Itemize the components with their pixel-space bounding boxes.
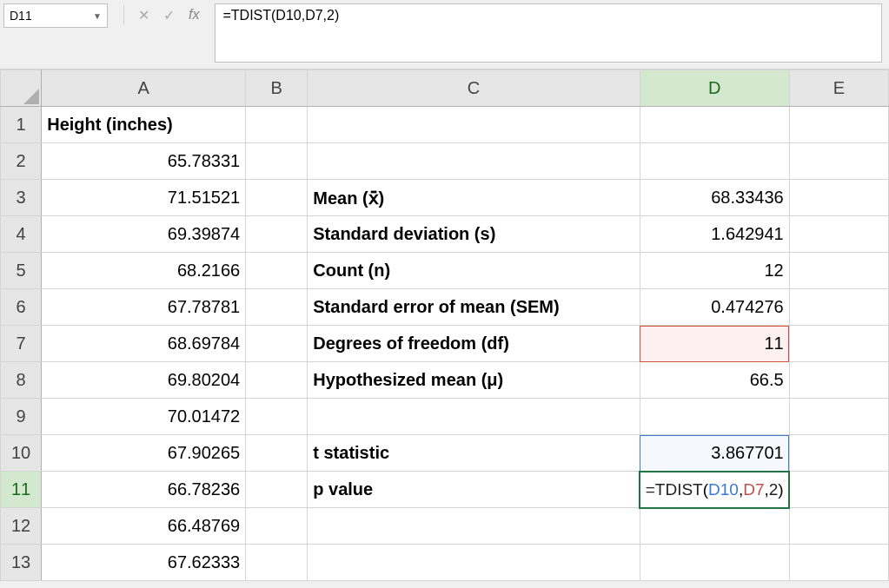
cell-E5[interactable]: [789, 253, 888, 289]
cell-B5[interactable]: [246, 253, 308, 289]
cell-D10[interactable]: 3.867701: [640, 435, 789, 472]
row-header-13[interactable]: 13: [1, 545, 42, 581]
cell-D9[interactable]: [640, 399, 789, 435]
cell-D5[interactable]: 12: [640, 253, 789, 289]
cell-E10[interactable]: [789, 435, 888, 472]
cell-A7[interactable]: 68.69784: [42, 326, 246, 362]
cell-C12[interactable]: [308, 508, 640, 545]
cell-C13[interactable]: [308, 545, 640, 581]
cell-E6[interactable]: [789, 289, 888, 326]
cell-E2[interactable]: [789, 143, 888, 180]
cell-A5[interactable]: 68.2166: [42, 253, 246, 289]
cell-D2[interactable]: [640, 143, 789, 180]
cell-A12[interactable]: 66.48769: [42, 508, 246, 545]
cell-D8[interactable]: 66.5: [640, 362, 789, 399]
row-header-7[interactable]: 7: [1, 326, 42, 362]
cell-B7[interactable]: [246, 326, 308, 362]
select-all-corner[interactable]: [1, 70, 42, 107]
cell-E11[interactable]: [789, 472, 888, 508]
cell-D13[interactable]: [640, 545, 789, 581]
cell-E13[interactable]: [789, 545, 888, 581]
dropdown-icon[interactable]: ▼: [93, 11, 102, 21]
cell-B8[interactable]: [246, 362, 308, 399]
cell-C5[interactable]: Count (n): [308, 253, 640, 289]
cell-C1[interactable]: [308, 107, 640, 143]
row-header-8[interactable]: 8: [1, 362, 42, 399]
formula-close: ): [778, 480, 783, 499]
cell-E12[interactable]: [789, 508, 888, 545]
cell-A9[interactable]: 70.01472: [42, 399, 246, 435]
cell-D7[interactable]: 11: [640, 326, 789, 362]
cell-C2[interactable]: [308, 143, 640, 180]
cell-D3[interactable]: 68.33436: [640, 180, 789, 216]
cell-D1[interactable]: [640, 107, 789, 143]
cell-D11[interactable]: =TDIST(D10,D7,2): [640, 472, 789, 508]
cell-C11[interactable]: p value: [308, 472, 640, 508]
cell-A8[interactable]: 69.80204: [42, 362, 246, 399]
cell-E3[interactable]: [789, 180, 888, 216]
cell-E1[interactable]: [789, 107, 888, 143]
row-header-2[interactable]: 2: [1, 143, 42, 180]
cell-D12[interactable]: [640, 508, 789, 545]
row-header-11[interactable]: 11: [1, 472, 42, 508]
col-header-D[interactable]: D: [640, 70, 789, 107]
cell-C3[interactable]: Mean (x̄): [308, 180, 640, 216]
cell-A6[interactable]: 67.78781: [42, 289, 246, 326]
enter-icon[interactable]: ✓: [163, 7, 175, 23]
formula-eq: =: [646, 480, 655, 499]
row-header-6[interactable]: 6: [1, 289, 42, 326]
cell-C6[interactable]: Standard error of mean (SEM): [308, 289, 640, 326]
cell-C10[interactable]: t statistic: [308, 435, 640, 472]
cell-B1[interactable]: [246, 107, 308, 143]
cell-E8[interactable]: [789, 362, 888, 399]
cell-B3[interactable]: [246, 180, 308, 216]
row-header-3[interactable]: 3: [1, 180, 42, 216]
cell-A2[interactable]: 65.78331: [42, 143, 246, 180]
row-header-5[interactable]: 5: [1, 253, 42, 289]
cell-D6[interactable]: 0.474276: [640, 289, 789, 326]
formula-ref1: D10: [708, 480, 739, 499]
cancel-icon[interactable]: ✕: [138, 7, 149, 23]
name-box-value: D11: [10, 9, 93, 23]
cell-C7[interactable]: Degrees of freedom (df): [308, 326, 640, 362]
cell-B11[interactable]: [246, 472, 308, 508]
row-header-9[interactable]: 9: [1, 399, 42, 435]
cell-B10[interactable]: [246, 435, 308, 472]
cell-A4[interactable]: 69.39874: [42, 216, 246, 253]
grid-table: A B C D E 1 Height (inches) 2 65.78331 3…: [0, 69, 889, 581]
row-header-4[interactable]: 4: [1, 216, 42, 253]
cell-E4[interactable]: [789, 216, 888, 253]
cell-B12[interactable]: [246, 508, 308, 545]
row-header-10[interactable]: 10: [1, 435, 42, 472]
formula-num: 2: [769, 480, 779, 499]
cell-E9[interactable]: [789, 399, 888, 435]
formula-input[interactable]: =TDIST(D10,D7,2): [215, 3, 882, 63]
cell-C8[interactable]: Hypothesized mean (μ): [308, 362, 640, 399]
cell-A10[interactable]: 67.90265: [42, 435, 246, 472]
row-header-1[interactable]: 1: [1, 107, 42, 143]
cell-B2[interactable]: [246, 143, 308, 180]
name-box[interactable]: D11 ▼: [3, 3, 108, 28]
cell-B13[interactable]: [246, 545, 308, 581]
cell-B6[interactable]: [246, 289, 308, 326]
formula-controls: ✕ ✓ fx: [108, 0, 215, 30]
divider: [123, 5, 124, 24]
fx-icon[interactable]: fx: [189, 7, 199, 23]
cell-A13[interactable]: 67.62333: [42, 545, 246, 581]
cell-A1[interactable]: Height (inches): [42, 107, 246, 143]
cell-E7[interactable]: [789, 326, 888, 362]
cell-B4[interactable]: [246, 216, 308, 253]
cell-C9[interactable]: [308, 399, 640, 435]
cell-B9[interactable]: [246, 399, 308, 435]
col-header-A[interactable]: A: [42, 70, 246, 107]
col-header-B[interactable]: B: [246, 70, 308, 107]
col-header-E[interactable]: E: [789, 70, 888, 107]
cell-A3[interactable]: 71.51521: [42, 180, 246, 216]
cell-D4[interactable]: 1.642941: [640, 216, 789, 253]
cell-A11[interactable]: 66.78236: [42, 472, 246, 508]
formula-ref2: D7: [743, 480, 764, 499]
cell-C4[interactable]: Standard deviation (s): [308, 216, 640, 253]
col-header-C[interactable]: C: [308, 70, 640, 107]
spreadsheet-grid: A B C D E 1 Height (inches) 2 65.78331 3…: [0, 69, 889, 581]
row-header-12[interactable]: 12: [1, 508, 42, 545]
